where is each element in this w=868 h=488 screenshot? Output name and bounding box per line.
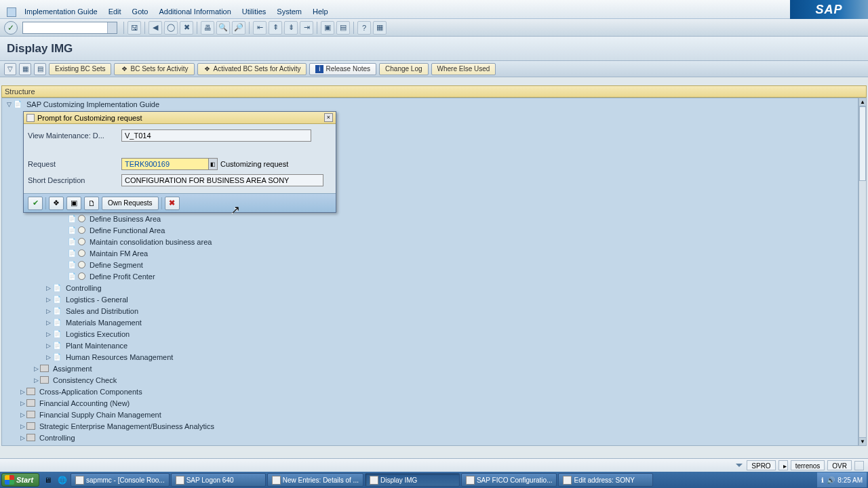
tree-folder[interactable]: ▷📄Human Resources Management [2,351,858,363]
tree-folder[interactable]: ▷Cross-Application Components [2,386,858,397]
tree-folder[interactable]: ▷📄Controlling [2,282,858,293]
exit-icon[interactable]: ◯ [164,21,178,35]
tree-scrollbar[interactable]: ▲ ▼ [859,98,867,446]
doc-icon[interactable]: 📄 [52,295,62,304]
first-page-icon[interactable]: ⇤ [253,21,267,35]
tree-folder[interactable]: ▷📄Materials Management [2,317,858,328]
command-dropdown-icon[interactable] [107,22,117,33]
dialog-new-icon[interactable]: 🗋 [84,197,99,210]
request-f4-help-icon[interactable]: ◧ [208,158,218,170]
taskbar-item-active[interactable]: Display IMG [365,473,460,487]
expand-icon[interactable]: ▷ [44,354,52,361]
bc-sets-activity-button[interactable]: ❖BC Sets for Activity [114,63,194,75]
existing-bc-sets-button[interactable]: Existing BC Sets [49,63,111,75]
change-log-button[interactable]: Change Log [379,63,429,75]
tree-folder[interactable]: ▷Strategic Enterprise Management/Busines… [2,420,858,432]
menu-additional-information[interactable]: Additional Information [153,5,236,18]
expand-icon[interactable]: ▷ [44,319,52,326]
img-activity-icon[interactable]: ▤ [34,63,46,75]
enter-button[interactable]: ✓ [4,21,18,35]
expand-icon[interactable]: ▷ [18,423,26,430]
next-page-icon[interactable]: ⇟ [284,21,298,35]
dialog-create-request-icon[interactable]: ❖ [49,197,64,210]
doc-icon[interactable]: 📄 [67,214,77,224]
system-tray[interactable]: ℹ 🔊 8:25 AM [817,472,867,487]
collapse-icon[interactable]: ▽ [5,101,13,108]
expand-icon[interactable]: ▷ [44,308,52,314]
scroll-thumb[interactable] [859,106,866,181]
activated-bc-sets-button[interactable]: ❖Activated BC Sets for Activity [197,63,307,75]
scroll-down-icon[interactable]: ▼ [859,437,866,445]
last-page-icon[interactable]: ⇥ [300,21,313,35]
taskbar-item[interactable]: Edit address: SONY [558,473,653,487]
folder-icon[interactable] [26,411,35,418]
taskbar-item[interactable]: sapmmc - [Console Roo... [71,473,170,487]
tree-root[interactable]: ▽ 📄 SAP Customizing Implementation Guide [2,98,858,110]
activity-icon[interactable] [78,238,85,245]
tree-folder[interactable]: ▷📄Sales and Distribution [2,305,858,317]
doc-icon[interactable]: 📄 [52,318,62,327]
folder-icon[interactable] [26,434,35,441]
find-icon[interactable]: 🔍 [216,21,230,35]
tray-info-icon[interactable]: ℹ [821,476,824,484]
activity-icon[interactable] [78,249,85,257]
quicklaunch-desktop-icon[interactable]: 🖥 [41,473,54,487]
expand-icon[interactable]: ▷ [32,365,40,372]
expand-icon[interactable]: ▷ [18,434,26,441]
tree-leaf[interactable]: 📄Define Profit Center [2,270,858,282]
tray-clock[interactable]: 8:25 AM [837,476,863,484]
dialog-titlebar[interactable]: Prompt for Customizing request × [24,112,336,124]
doc-icon[interactable]: 📄 [52,352,62,362]
expand-icon[interactable]: ▷ [44,285,52,291]
doc-icon[interactable]: 📄 [67,260,77,270]
folder-icon[interactable] [26,388,35,395]
expand-icon[interactable]: ▷ [44,296,52,303]
cancel-icon[interactable]: ✖ [180,21,193,35]
tree-folder[interactable]: ▷Controlling [2,432,858,443]
tree-folder[interactable]: ▷📄Logistics Execution [2,328,858,340]
menu-edit[interactable]: Edit [103,5,127,18]
prev-page-icon[interactable]: ⇞ [269,21,282,35]
dialog-continue-button[interactable]: ✔ [28,197,43,210]
command-field[interactable] [22,22,117,34]
doc-icon[interactable]: 📄 [67,272,77,281]
shortcut-icon[interactable]: ▤ [336,21,350,35]
tray-volume-icon[interactable]: 🔊 [827,476,835,484]
tree-leaf[interactable]: 📄Define Segment [2,259,858,270]
release-notes-button[interactable]: iRelease Notes [309,63,376,75]
doc-icon[interactable]: 📄 [67,237,77,247]
dialog-display-icon[interactable]: ▣ [66,197,81,210]
activity-icon[interactable] [78,272,85,280]
menu-system-icon[interactable] [7,7,16,17]
expand-icon[interactable]: ▷ [18,400,26,407]
tree-folder[interactable]: ▷Financial Accounting (New) [2,397,858,409]
tree-leaf[interactable]: 📄Maintain FM Area [2,247,858,259]
folder-icon[interactable] [26,422,35,430]
folder-icon[interactable] [40,365,49,372]
doc-icon[interactable]: 📄 [67,249,77,258]
taskbar-item[interactable]: SAP FICO Configuratio... [461,473,557,487]
tree-folder[interactable]: ▷Consistency Check [2,374,858,386]
activity-icon[interactable] [78,226,85,234]
tree-folder[interactable]: ▷📄Logistics - General [2,293,858,305]
back-icon[interactable]: ◀ [149,21,162,35]
menu-system[interactable]: System [271,5,307,18]
find-next-icon[interactable]: 🔎 [232,21,245,35]
taskbar-item[interactable]: New Entries: Details of ... [267,473,363,487]
position-icon[interactable]: ▦ [19,63,31,75]
img-doc-icon[interactable]: 📄 [13,100,22,109]
menu-utilities[interactable]: Utilities [237,5,271,18]
expand-icon[interactable]: ▷ [18,411,26,418]
own-requests-button[interactable]: Own Requests [102,197,159,210]
doc-icon[interactable]: 📄 [52,329,62,339]
print-icon[interactable]: 🖶 [201,21,214,35]
save-icon[interactable]: 🖫 [127,21,141,35]
doc-icon[interactable]: 📄 [52,306,62,316]
menu-implementation-guide[interactable]: Implementation Guide [19,5,103,18]
request-field[interactable] [121,158,208,170]
where-else-used-button[interactable]: Where Else Used [431,63,496,75]
doc-icon[interactable]: 📄 [67,226,77,235]
expand-icon[interactable]: ▷ [32,377,40,384]
scroll-up-icon[interactable]: ▲ [859,98,866,106]
activity-icon[interactable] [78,215,85,222]
